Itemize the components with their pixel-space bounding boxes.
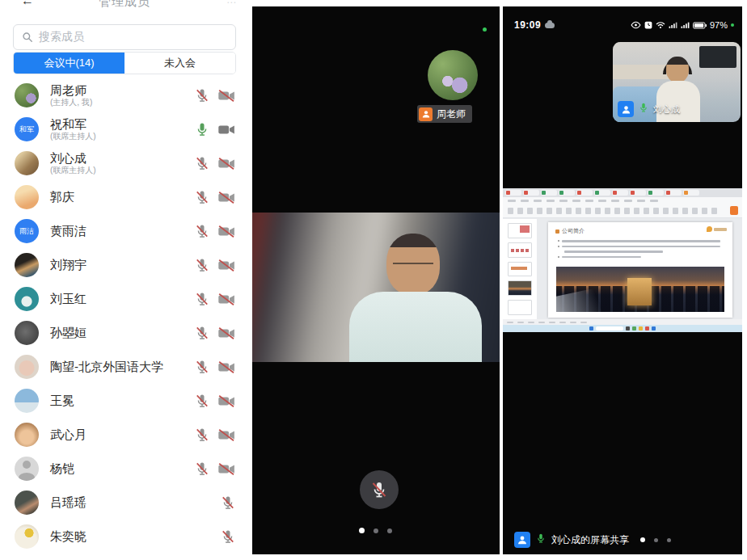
speaker-view-panel: 周老师 bbox=[252, 0, 500, 560]
lit-building bbox=[627, 278, 652, 305]
camera-status-icon[interactable] bbox=[217, 394, 236, 408]
participant-face bbox=[666, 57, 689, 82]
toolbar-icon bbox=[711, 208, 717, 214]
member-row[interactable]: 武心月 bbox=[0, 418, 249, 452]
member-row[interactable]: 朱奕晓 bbox=[0, 520, 249, 554]
road-light-trails bbox=[556, 284, 621, 312]
member-text: 朱奕晓 bbox=[50, 529, 220, 543]
windows-taskbar bbox=[503, 325, 742, 332]
camera-status-icon[interactable] bbox=[217, 293, 236, 306]
toolbar-icon bbox=[692, 208, 698, 214]
member-role: (联席主持人) bbox=[50, 132, 194, 141]
toolbar-icon bbox=[537, 208, 542, 214]
camera-status-icon[interactable] bbox=[217, 191, 236, 204]
mic-status-icon[interactable] bbox=[194, 461, 210, 477]
menu-item bbox=[521, 200, 529, 202]
toolbar-icon bbox=[682, 208, 688, 214]
camera-status-icon[interactable] bbox=[217, 225, 236, 238]
menu-item bbox=[547, 200, 555, 202]
green-status-dot bbox=[731, 23, 734, 27]
member-text: 武心月 bbox=[50, 427, 194, 441]
mic-status-icon[interactable] bbox=[194, 189, 210, 205]
menu-item bbox=[650, 200, 658, 202]
member-name: 刘翔宇 bbox=[50, 258, 194, 272]
toolbar-icon bbox=[566, 208, 572, 214]
member-text: 周老师 (主持人, 我) bbox=[50, 83, 194, 107]
camera-status-icon[interactable] bbox=[217, 462, 236, 476]
member-text: 刘玉红 bbox=[50, 292, 194, 305]
person-icon-orange bbox=[419, 107, 433, 121]
menu-item bbox=[534, 200, 542, 202]
tab-not-joined[interactable]: 未入会 bbox=[124, 53, 235, 74]
member-row[interactable]: 孙曌姮 bbox=[0, 316, 249, 350]
member-management-panel: ← 管理成员 ⋯ 搜索成员 会议中(14) 未入会 周老师 (主持人, 我) bbox=[0, 0, 249, 560]
mic-status-icon[interactable] bbox=[194, 155, 210, 171]
mic-status-icon[interactable] bbox=[220, 495, 236, 511]
slide-thumbnail bbox=[508, 280, 532, 296]
tab-in-meeting[interactable]: 会议中(14) bbox=[14, 53, 124, 74]
mic-status-icon[interactable] bbox=[194, 427, 210, 443]
mic-status-icon[interactable] bbox=[194, 223, 210, 239]
thumbnail-name-overlay: 刘心成 bbox=[618, 101, 680, 117]
mic-status-icon[interactable] bbox=[194, 359, 210, 375]
toolbar-icon bbox=[644, 208, 649, 214]
browser-tab bbox=[594, 190, 610, 196]
mic-status-icon[interactable] bbox=[194, 121, 210, 137]
member-name: 陶望-北京外国语大学 bbox=[50, 360, 194, 373]
mic-status-icon[interactable] bbox=[220, 528, 236, 545]
mic-status-icon[interactable] bbox=[194, 87, 210, 103]
video-stage[interactable]: 周老师 bbox=[252, 6, 500, 554]
camera-status-icon[interactable] bbox=[217, 360, 236, 374]
mic-status-icon[interactable] bbox=[194, 325, 210, 341]
mic-status-icon[interactable] bbox=[194, 291, 210, 307]
member-row[interactable]: 刘玉红 bbox=[0, 282, 249, 316]
camera-status-icon[interactable] bbox=[217, 259, 236, 272]
company-logo bbox=[707, 226, 727, 232]
mic-status-icon[interactable] bbox=[194, 393, 210, 409]
member-status-icons bbox=[194, 461, 236, 477]
mic-muted-button[interactable] bbox=[360, 470, 399, 509]
mic-status-icon[interactable] bbox=[194, 257, 210, 273]
taskbar-app-icon bbox=[626, 326, 630, 331]
member-row[interactable]: 吕瑶瑶 bbox=[0, 486, 249, 520]
camera-status-icon[interactable] bbox=[217, 123, 236, 137]
avatar bbox=[15, 524, 39, 549]
mic-on-icon bbox=[638, 102, 649, 116]
member-row[interactable]: 周老师 (主持人, 我) bbox=[0, 78, 249, 112]
camera-status-icon[interactable] bbox=[217, 326, 236, 340]
self-video-thumbnail[interactable]: 刘心成 bbox=[613, 42, 741, 122]
member-text: 吕瑶瑶 bbox=[50, 495, 220, 509]
shared-screen-content[interactable]: 公司简介 bbox=[503, 188, 742, 332]
member-text: 刘心成 (联席主持人) bbox=[50, 151, 194, 175]
member-row[interactable]: 王冕 bbox=[0, 384, 249, 418]
member-row[interactable]: 陶望-北京外国语大学 bbox=[0, 350, 249, 384]
camera-status-icon[interactable] bbox=[217, 157, 236, 171]
member-row[interactable]: 雨洁 黄雨洁 bbox=[0, 214, 249, 248]
share-stage[interactable]: 19:09 97% bbox=[503, 6, 742, 554]
member-row[interactable]: 和军 祝和军 (联席主持人) bbox=[0, 112, 249, 146]
member-row[interactable]: 郭庆 bbox=[0, 180, 249, 214]
search-input[interactable]: 搜索成员 bbox=[13, 24, 236, 50]
speaker-glasses bbox=[393, 263, 433, 271]
bullet-text-line bbox=[558, 246, 723, 248]
member-row[interactable]: 杨铠 bbox=[0, 452, 249, 486]
member-row[interactable]: 刘翔宇 bbox=[0, 248, 249, 282]
menu-item bbox=[559, 200, 568, 202]
page-indicator bbox=[640, 537, 671, 542]
toolbar-icon bbox=[653, 208, 659, 214]
speaker-video[interactable] bbox=[252, 213, 500, 362]
toolbar-icon bbox=[585, 208, 591, 214]
browser-tab-strip bbox=[503, 188, 742, 197]
bullet-text-line bbox=[558, 251, 723, 253]
camera-status-icon[interactable] bbox=[217, 428, 236, 442]
phone-status-bar: 19:09 97% bbox=[503, 16, 742, 34]
title-marker-icon bbox=[555, 229, 559, 234]
toolbar-icon bbox=[556, 208, 562, 214]
browser-tab bbox=[648, 190, 664, 196]
header-more-icon[interactable]: ⋯ bbox=[226, 0, 238, 8]
menu-item bbox=[624, 200, 632, 202]
toolbar-icon bbox=[605, 208, 610, 214]
camera-status-icon[interactable] bbox=[217, 89, 236, 103]
member-row[interactable]: 刘心成 (联席主持人) bbox=[0, 146, 249, 180]
status-bar-item bbox=[570, 322, 576, 323]
